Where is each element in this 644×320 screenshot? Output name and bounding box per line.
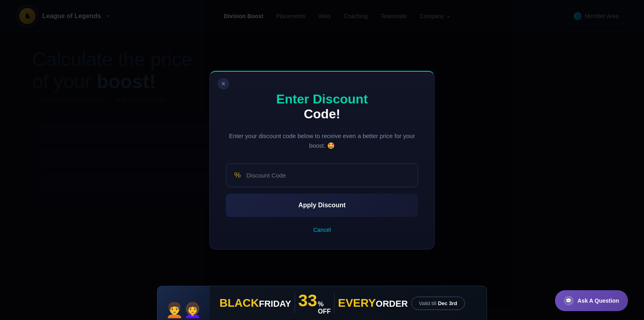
apply-discount-button[interactable]: Apply Discount — [226, 194, 418, 217]
modal-description: Enter your discount code below to receiv… — [226, 131, 418, 151]
discount-input-container[interactable]: % — [226, 163, 418, 187]
discount-percent-icon: % — [234, 171, 241, 180]
bf-characters: 🧑‍🦱👩‍🦱 — [157, 286, 210, 320]
ask-question-button[interactable]: 💬 Ask A Question — [555, 290, 628, 311]
bf-character-emoji: 🧑‍🦱👩‍🦱 — [165, 302, 202, 319]
discount-code-input[interactable] — [246, 172, 410, 179]
bf-off-label: OFF — [318, 308, 331, 315]
bf-black-label: BLACK — [219, 297, 259, 310]
bf-percent-off: % OFF — [318, 301, 331, 315]
modal-close-button[interactable]: ✕ — [218, 78, 229, 89]
modal-title-colored: Enter Discount — [226, 92, 418, 107]
bf-valid-area: Valid till Dec 3rd — [411, 297, 465, 310]
ask-question-label: Ask A Question — [578, 297, 619, 304]
modal-overlay[interactable]: ✕ Enter Discount Code! Enter your discou… — [0, 0, 644, 320]
bf-discount-area: 33 % OFF — [298, 291, 331, 315]
cancel-link[interactable]: Cancel — [226, 227, 418, 233]
bf-discount-number: 33 — [298, 291, 317, 310]
modal-title-area: Enter Discount Code! — [226, 92, 418, 122]
bf-divider-1 — [295, 293, 295, 313]
bf-text-area: BLACK FRIDAY 33 % OFF EVERY ORDER Valid … — [210, 291, 475, 315]
bf-every-label: EVERY — [338, 297, 376, 310]
modal-title-white: Code! — [226, 107, 418, 122]
bf-divider-2 — [334, 293, 334, 313]
bf-valid-date: Dec 3rd — [438, 300, 457, 306]
bf-valid-prefix: Valid till — [419, 300, 437, 306]
apply-discount-label: Apply Discount — [298, 202, 345, 209]
bf-friday-label: FRIDAY — [259, 299, 291, 309]
bf-black-friday-text: BLACK FRIDAY — [219, 297, 291, 310]
ask-question-icon: 💬 — [564, 296, 574, 306]
black-friday-banner: 🧑‍🦱👩‍🦱 BLACK FRIDAY 33 % OFF EVERY ORDER… — [157, 286, 487, 320]
bf-percent-label: % — [318, 301, 324, 308]
bf-every-order: EVERY ORDER — [338, 297, 408, 310]
bf-order-label: ORDER — [376, 299, 408, 309]
discount-modal: ✕ Enter Discount Code! Enter your discou… — [209, 71, 435, 250]
ask-icon-emoji: 💬 — [566, 298, 572, 303]
